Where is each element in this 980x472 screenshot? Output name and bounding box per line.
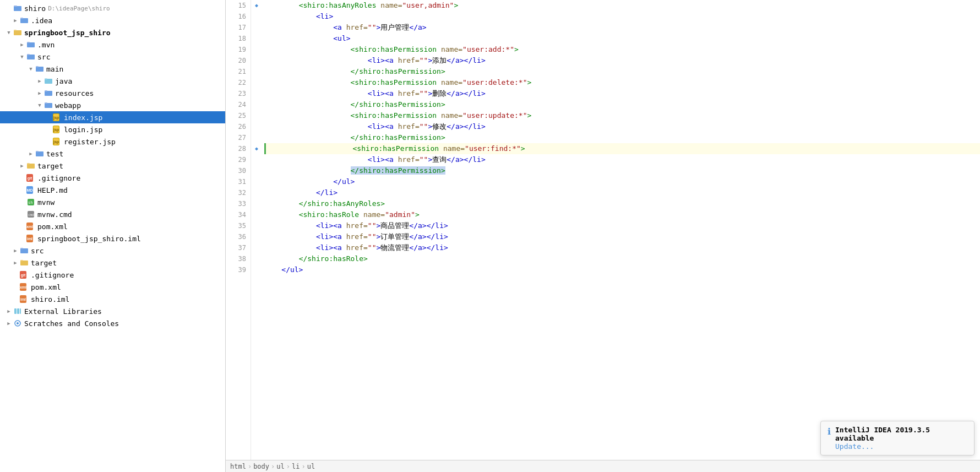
svg-rect-9	[27, 54, 30, 55]
gutter-mark-21	[251, 66, 262, 77]
tree-arrow-target-root: ▶	[11, 258, 20, 267]
iml-icon-shiro: iml	[20, 295, 29, 303]
tree-arrow-springboot: ▼	[4, 28, 13, 37]
tree-arrow-resources: ▶	[35, 89, 44, 97]
tree-arrow-root	[4, 4, 13, 13]
sidebar-item-shiro-iml[interactable]: iml shiro.iml	[0, 293, 225, 305]
sidebar-item-scratches[interactable]: ▶ Scratches and Consoles	[0, 317, 225, 329]
tree-root[interactable]: shiro D:\ideaPage\shiro	[0, 2, 225, 14]
code-line-29: <li><a href="">查询</a></li>	[264, 154, 980, 165]
project-icon	[13, 4, 22, 13]
label-ext-libs: External Libraries	[24, 307, 102, 316]
svg-rect-30	[14, 308, 17, 314]
code-line-31: </ul>	[264, 176, 980, 187]
notification-content: IntelliJ IDEA 2019.3.5 available Update.…	[835, 426, 967, 451]
code-lines: <shiro:hasAnyRoles name="user,admin"> <l…	[262, 0, 980, 472]
label-help-md: HELP.md	[37, 186, 68, 194]
gutter-mark-22	[251, 77, 262, 88]
svg-rect-1	[14, 6, 17, 7]
line-number-17: 17	[226, 22, 251, 33]
code-line-24: </shiro:hasPermission>	[264, 99, 980, 110]
sidebar-item-index-jsp[interactable]: jsp index.jsp	[0, 111, 225, 123]
svg-rect-14	[45, 91, 52, 96]
code-line-30: </shiro:hasPermission>	[264, 165, 980, 176]
gutter-mark-29	[251, 154, 262, 165]
sidebar-item-webapp[interactable]: ▼ webapp	[0, 99, 225, 111]
sidebar-item-mvnw-cmd[interactable]: cmd mvnw.cmd	[0, 208, 225, 220]
sidebar-item-ext-libs[interactable]: ▶ External Libraries	[0, 305, 225, 317]
sidebar-item-springboot-iml[interactable]: iml springboot_jsp_shiro.iml	[0, 232, 225, 245]
label-mvnw: mvnw	[37, 198, 55, 207]
label-src: src	[37, 53, 50, 61]
sidebar-item-login-jsp[interactable]: jsp login.jsp	[0, 123, 225, 135]
svg-rect-4	[14, 30, 21, 35]
sidebar-item-register-jsp[interactable]: jsp register.jsp	[0, 135, 225, 148]
xml-icon-pom-main: xml	[26, 222, 35, 231]
sidebar-item-help-md[interactable]: MD HELP.md	[0, 184, 225, 196]
label-pom-main: pom.xml	[37, 223, 68, 231]
tree-arrow-register-jsp	[44, 137, 53, 146]
label-java: java	[55, 77, 72, 85]
gutter-mark-36	[251, 231, 262, 242]
sidebar-item-resources[interactable]: ▶ resources	[0, 87, 225, 99]
sidebar-item-mvn[interactable]: ▶ .mvn	[0, 39, 225, 51]
gutter-mark-23	[251, 88, 262, 99]
tree-arrow-ext-libs: ▶	[4, 307, 13, 316]
line-number-35: 35	[226, 220, 251, 231]
sidebar-item-main[interactable]: ▼ main	[0, 63, 225, 75]
folder-icon-mvn	[26, 40, 35, 49]
tree-arrow-target-main: ▶	[18, 161, 26, 170]
sidebar-item-mvnw[interactable]: sh mvnw	[0, 196, 225, 208]
ext-libs-icon	[13, 307, 22, 316]
folder-icon-idea	[20, 16, 29, 25]
line-number-29: 29	[226, 154, 251, 165]
code-line-33: </shiro:hasAnyRoles>	[264, 198, 980, 209]
notification-popup[interactable]: ℹ IntelliJ IDEA 2019.3.5 available Updat…	[820, 421, 974, 455]
gutter-mark-25	[251, 110, 262, 121]
tree-arrow-pom-main	[18, 222, 26, 231]
label-springboot: springboot_jsp_shiro	[24, 29, 111, 37]
sidebar-item-target-root[interactable]: ▶ target	[0, 257, 225, 269]
sidebar-item-gitignore-root[interactable]: git .gitignore	[0, 269, 225, 281]
line-number-23: 23	[226, 88, 251, 99]
sidebar-item-target-main[interactable]: ▶ target	[0, 160, 225, 172]
svg-point-34	[17, 322, 19, 324]
label-login-jsp: login.jsp	[64, 126, 102, 134]
code-line-23: <li><a href="">删除</a></li>	[264, 88, 980, 99]
folder-icon-src	[26, 52, 35, 61]
sidebar-item-pom-root[interactable]: xml pom.xml	[0, 281, 225, 293]
root-path: D:\ideaPage\shiro	[48, 5, 110, 12]
gutter-mark-18	[251, 33, 262, 44]
sidebar-item-java[interactable]: ▶ java	[0, 75, 225, 87]
line-number-33: 33	[226, 198, 251, 209]
breadcrumb-sep-3: ›	[286, 463, 290, 470]
sidebar-item-idea[interactable]: ▶ .idea	[0, 14, 225, 26]
sidebar-item-src-root[interactable]: ▶ src	[0, 245, 225, 257]
code-line-28: <shiro:hasPermission name="user:find:*">	[264, 143, 980, 154]
sidebar-item-pom-main[interactable]: xml pom.xml	[0, 220, 225, 232]
notification-update-link[interactable]: Update...	[835, 442, 874, 451]
line-number-39: 39	[226, 264, 251, 275]
code-line-39: </ul>	[264, 264, 980, 275]
tree-arrow-pom-root	[11, 283, 20, 291]
svg-rect-5	[14, 30, 17, 31]
sidebar-item-src[interactable]: ▼ src	[0, 51, 225, 63]
gutter-mark-26	[251, 121, 262, 132]
breadcrumb-ul2: ul	[307, 463, 315, 470]
file-tree[interactable]: shiro D:\ideaPage\shiro ▶ .idea ▼ spring…	[0, 0, 226, 472]
breadcrumb-sep-1: ›	[248, 463, 252, 470]
svg-rect-0	[14, 6, 21, 11]
line-number-27: 27	[226, 132, 251, 143]
gutter-mark-17	[251, 22, 262, 33]
label-index-jsp: index.jsp	[64, 113, 102, 122]
folder-icon-target-root	[20, 258, 29, 267]
tree-arrow-src: ▼	[18, 52, 26, 61]
sidebar-item-springboot[interactable]: ▼ springboot_jsp_shiro	[0, 26, 225, 39]
sidebar-item-gitignore-main[interactable]: git .gitignore	[0, 172, 225, 184]
breadcrumb: html	[230, 463, 246, 470]
sidebar-item-test[interactable]: ▶ test	[0, 148, 225, 160]
tree-arrow-src-root: ▶	[11, 246, 20, 255]
label-scratches: Scratches and Consoles	[24, 319, 119, 328]
gutter-mark-16	[251, 11, 262, 22]
folder-icon-target-main	[26, 161, 35, 170]
